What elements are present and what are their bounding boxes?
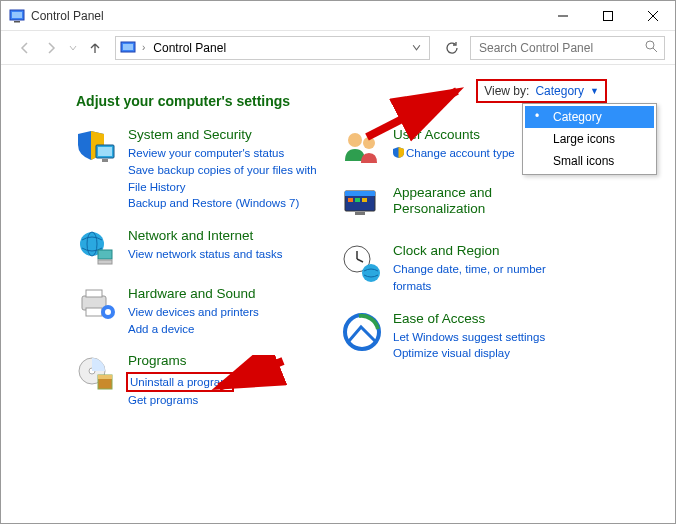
highlight-uninstall: Uninstall a program <box>126 372 234 393</box>
address-dropdown-icon[interactable] <box>412 41 425 55</box>
search-icon <box>645 40 658 56</box>
svg-point-38 <box>362 264 380 282</box>
ease-access-icon <box>341 311 383 353</box>
svg-rect-12 <box>98 147 112 156</box>
sublink[interactable]: View devices and printers <box>128 304 331 321</box>
sublink-uninstall-program[interactable]: Uninstall a program <box>130 374 230 391</box>
forward-button[interactable] <box>41 38 61 58</box>
refresh-button[interactable] <box>440 36 464 60</box>
svg-line-10 <box>653 48 657 52</box>
search-box[interactable] <box>470 36 665 60</box>
up-button[interactable] <box>85 38 105 58</box>
category-clock-region: Clock and Region Change date, time, or n… <box>341 243 576 295</box>
sublink[interactable]: Optimize visual display <box>393 345 576 362</box>
svg-rect-1 <box>12 12 22 18</box>
view-by-dropdown: Category Large icons Small icons <box>522 103 657 175</box>
svg-rect-2 <box>14 21 20 23</box>
category-title[interactable]: Hardware and Sound <box>128 286 331 302</box>
toolbar: › Control Panel <box>1 31 675 65</box>
dropdown-item-category[interactable]: Category <box>525 106 654 128</box>
back-button[interactable] <box>15 38 35 58</box>
svg-rect-4 <box>603 11 612 20</box>
svg-rect-8 <box>123 44 133 50</box>
svg-rect-32 <box>355 198 360 202</box>
monitor-paint-icon <box>341 185 383 227</box>
svg-rect-19 <box>86 290 102 297</box>
clock-globe-icon <box>341 243 383 285</box>
breadcrumb[interactable]: Control Panel <box>151 41 406 55</box>
category-hardware-sound: Hardware and Sound View devices and prin… <box>76 286 331 338</box>
category-title[interactable]: Appearance and Personalization <box>393 185 576 217</box>
window-title: Control Panel <box>31 9 540 23</box>
svg-rect-13 <box>102 159 108 162</box>
people-icon <box>341 127 383 169</box>
sublink[interactable]: Change date, time, or number formats <box>393 261 576 294</box>
titlebar: Control Panel <box>1 1 675 31</box>
category-title[interactable]: Clock and Region <box>393 243 576 259</box>
svg-rect-34 <box>355 212 365 215</box>
svg-point-28 <box>363 137 375 149</box>
chevron-down-icon: ▼ <box>590 86 599 96</box>
svg-rect-20 <box>86 308 102 316</box>
category-system-security: System and Security Review your computer… <box>76 127 331 212</box>
sublink[interactable]: Save backup copies of your files with Fi… <box>128 162 331 195</box>
svg-rect-33 <box>362 198 367 202</box>
category-network-internet: Network and Internet View network status… <box>76 228 331 270</box>
breadcrumb-chevron-icon: › <box>142 42 145 53</box>
sublink[interactable]: Review your computer's status <box>128 145 331 162</box>
svg-rect-31 <box>348 198 353 202</box>
search-input[interactable] <box>477 40 639 56</box>
maximize-button[interactable] <box>585 1 630 30</box>
recent-dropdown-icon[interactable] <box>67 38 79 58</box>
category-ease-of-access: Ease of Access Let Windows suggest setti… <box>341 311 576 363</box>
address-bar[interactable]: › Control Panel <box>115 36 430 60</box>
control-panel-addr-icon <box>120 40 136 56</box>
content-area: Adjust your computer's settings View by:… <box>1 65 675 435</box>
svg-point-27 <box>348 133 362 147</box>
sublink[interactable]: Get programs <box>128 392 331 409</box>
category-title[interactable]: Ease of Access <box>393 311 576 327</box>
printer-icon <box>76 286 118 328</box>
close-button[interactable] <box>630 1 675 30</box>
category-title[interactable]: Network and Internet <box>128 228 331 244</box>
svg-rect-26 <box>98 375 112 379</box>
globe-network-icon <box>76 228 118 270</box>
dropdown-item-large-icons[interactable]: Large icons <box>525 128 654 150</box>
shield-monitor-icon <box>76 127 118 169</box>
view-by-control[interactable]: View by: Category ▼ <box>476 79 607 103</box>
category-title[interactable]: System and Security <box>128 127 331 143</box>
view-by-label: View by: <box>484 84 529 98</box>
sublink[interactable]: View network status and tasks <box>128 246 331 263</box>
sublink[interactable]: Let Windows suggest settings <box>393 329 576 346</box>
control-panel-app-icon <box>9 8 25 24</box>
category-title[interactable]: Programs <box>128 353 331 369</box>
category-programs: Programs Uninstall a program Get program… <box>76 353 331 409</box>
shield-icon <box>393 147 404 158</box>
sublink[interactable]: Backup and Restore (Windows 7) <box>128 195 331 212</box>
svg-point-22 <box>105 309 111 315</box>
svg-rect-16 <box>98 250 112 259</box>
disc-box-icon <box>76 353 118 395</box>
sublink[interactable]: Add a device <box>128 321 331 338</box>
svg-point-9 <box>646 41 654 49</box>
view-by-value[interactable]: Category <box>535 84 584 98</box>
dropdown-item-small-icons[interactable]: Small icons <box>525 150 654 172</box>
category-appearance: Appearance and Personalization <box>341 185 576 227</box>
minimize-button[interactable] <box>540 1 585 30</box>
svg-rect-30 <box>345 191 375 196</box>
svg-rect-17 <box>98 260 112 264</box>
